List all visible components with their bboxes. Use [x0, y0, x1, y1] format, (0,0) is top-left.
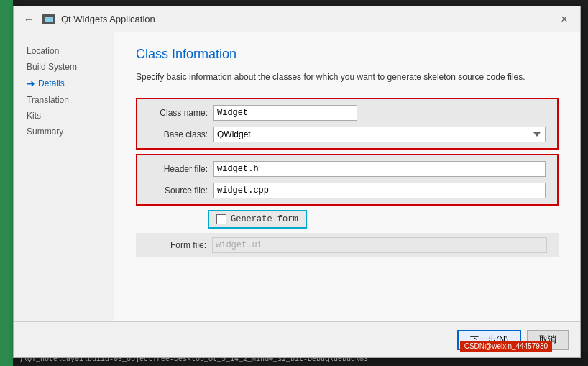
- close-button[interactable]: ×: [556, 11, 573, 28]
- panel-description: Specify basic information about the clas…: [136, 70, 559, 83]
- app-icon: [42, 14, 55, 24]
- generate-form-box: Generate form: [208, 210, 307, 229]
- dialog-window: ← Qt Widgets Application × Location Buil…: [13, 6, 581, 358]
- form-file-row: Form file:: [136, 233, 559, 257]
- generate-form-checkbox[interactable]: [216, 214, 226, 224]
- sidebar-item-label-build-system: Build System: [27, 62, 77, 72]
- title-bar-left: ← Qt Widgets Application: [21, 12, 155, 27]
- right-panel: Class Information Specify basic informat…: [114, 32, 580, 321]
- sidebar-item-location[interactable]: Location: [22, 44, 105, 58]
- title-bar: ← Qt Widgets Application ×: [14, 6, 580, 32]
- sidebar-item-build-system[interactable]: Build System: [22, 60, 105, 74]
- base-class-label: Base class:: [149, 129, 213, 139]
- form-file-input[interactable]: [212, 237, 547, 253]
- source-file-row: Source file:: [149, 183, 546, 198]
- source-file-input[interactable]: [213, 183, 546, 198]
- sidebar-item-translation[interactable]: Translation: [22, 93, 105, 107]
- sidebar-item-kits[interactable]: Kits: [22, 109, 105, 123]
- header-file-row: Header file:: [149, 161, 546, 177]
- generate-form-label: Generate form: [231, 214, 298, 224]
- form-file-label: Form file:: [147, 240, 212, 250]
- class-name-input[interactable]: [213, 105, 357, 121]
- csdn-badge: CSDN@weixin_44457930: [460, 341, 552, 352]
- green-sidebar-bar: [0, 0, 13, 366]
- files-section: Header file: Source file:: [136, 154, 559, 206]
- sidebar-item-label-details: Details: [38, 78, 65, 88]
- sidebar-item-label-location: Location: [27, 46, 59, 56]
- back-button[interactable]: ←: [21, 12, 37, 27]
- generate-form-wrapper: Generate form: [136, 210, 559, 229]
- main-content: Location Build System ➜ Details Translat…: [14, 32, 580, 321]
- class-name-row: Class name:: [149, 105, 546, 121]
- sidebar-item-label-kits: Kits: [27, 111, 41, 121]
- app-icon-inner: [45, 17, 53, 22]
- header-file-label: Header file:: [149, 164, 213, 174]
- bottom-bar: 下一步(N) 取消: [14, 321, 580, 357]
- panel-title: Class Information: [136, 47, 559, 62]
- sidebar: Location Build System ➜ Details Translat…: [14, 32, 114, 321]
- sidebar-item-details[interactable]: ➜ Details: [22, 76, 105, 91]
- header-file-input[interactable]: [213, 161, 546, 177]
- base-class-row: Base class: QWidget QMainWindow QDialog: [149, 127, 546, 142]
- class-name-section: Class name: Base class: QWidget QMainWin…: [136, 98, 559, 150]
- window-title: Qt Widgets Application: [61, 14, 155, 24]
- active-arrow-icon: ➜: [27, 78, 35, 89]
- sidebar-item-label-translation: Translation: [27, 95, 69, 105]
- sidebar-item-label-summary: Summary: [27, 127, 63, 137]
- class-name-label: Class name:: [149, 108, 213, 118]
- source-file-label: Source file:: [149, 186, 213, 196]
- sidebar-item-summary[interactable]: Summary: [22, 124, 105, 139]
- base-class-select[interactable]: QWidget QMainWindow QDialog: [213, 127, 546, 142]
